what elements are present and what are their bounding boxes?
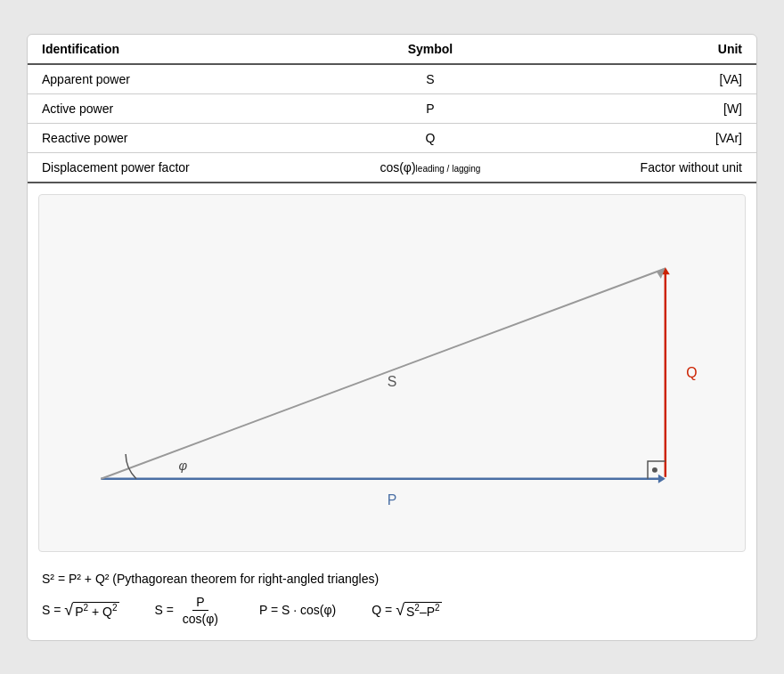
q-label: Q — [686, 364, 697, 379]
right-angle-dot — [652, 467, 657, 472]
row-reactive-unit: [VAr] — [538, 123, 756, 152]
f2-left: S = — [155, 603, 177, 617]
power-table: Identification Symbol Unit Apparent powe… — [28, 35, 756, 183]
formula-row: S = √ P2 + Q2 S = P cos(φ) P = S · cos(φ… — [42, 595, 742, 626]
f3-text: P = S · cos(φ) — [259, 603, 336, 617]
formula-s-fraction: S = P cos(φ) — [155, 595, 225, 626]
row-dpf-name: Displacement power factor — [28, 152, 323, 183]
f4-left: Q = — [372, 603, 396, 617]
pythagorean-formula: S² = P² + Q² (Pythagorean theorem for ri… — [42, 572, 742, 586]
row-apparent-name: Apparent power — [28, 64, 323, 94]
fraction-denominator: cos(φ) — [179, 611, 222, 626]
formulas-section: S² = P² + Q² (Pythagorean theorem for ri… — [28, 563, 756, 640]
row-apparent-unit: [VA] — [538, 64, 756, 94]
f1-left: S = — [42, 603, 64, 617]
row-reactive-name: Reactive power — [28, 123, 323, 152]
dpf-symbol-sub: leading / lagging — [416, 164, 481, 174]
formula-p-scosphi: P = S · cos(φ) — [259, 603, 336, 617]
row-dpf-symbol: cos(φ)leading / lagging — [323, 152, 539, 183]
phi-label: φ — [178, 458, 187, 472]
row-active-unit: [W] — [538, 93, 756, 123]
row-dpf-unit: Factor without unit — [538, 152, 756, 183]
col-header-symbol: Symbol — [323, 35, 539, 64]
table-row: Reactive power Q [VAr] — [28, 123, 756, 152]
fraction-p-cosphi: P cos(φ) — [179, 595, 222, 626]
s-label: S — [388, 373, 397, 388]
col-header-identification: Identification — [28, 35, 323, 64]
diagram-section: S P Q φ — [38, 194, 746, 552]
formula-q-sqrt: Q = √ S2–P2 — [372, 602, 441, 619]
sqrt-symbol-1: √ — [64, 602, 73, 618]
table-section: Identification Symbol Unit Apparent powe… — [28, 35, 756, 183]
table-row: Displacement power factor cos(φ)leading … — [28, 152, 756, 183]
table-row: Apparent power S [VA] — [28, 64, 756, 94]
f1-content: P2 + Q2 — [73, 602, 118, 619]
dpf-symbol-main: cos(φ) — [380, 160, 415, 175]
table-row: Active power P [W] — [28, 93, 756, 123]
f4-content: S2–P2 — [404, 602, 442, 619]
fraction-numerator: P — [192, 595, 208, 611]
p-label: P — [388, 492, 397, 508]
row-active-symbol: P — [323, 93, 539, 123]
formula-s-sqrt: S = √ P2 + Q2 — [42, 602, 119, 619]
main-card: Identification Symbol Unit Apparent powe… — [27, 34, 757, 641]
col-header-unit: Unit — [538, 35, 756, 64]
row-active-name: Active power — [28, 93, 323, 123]
row-reactive-symbol: Q — [323, 123, 539, 152]
sqrt-symbol-2: √ — [396, 602, 404, 618]
s-line — [101, 269, 663, 479]
row-apparent-symbol: S — [323, 64, 539, 94]
power-triangle-diagram: S P Q φ — [48, 204, 736, 542]
